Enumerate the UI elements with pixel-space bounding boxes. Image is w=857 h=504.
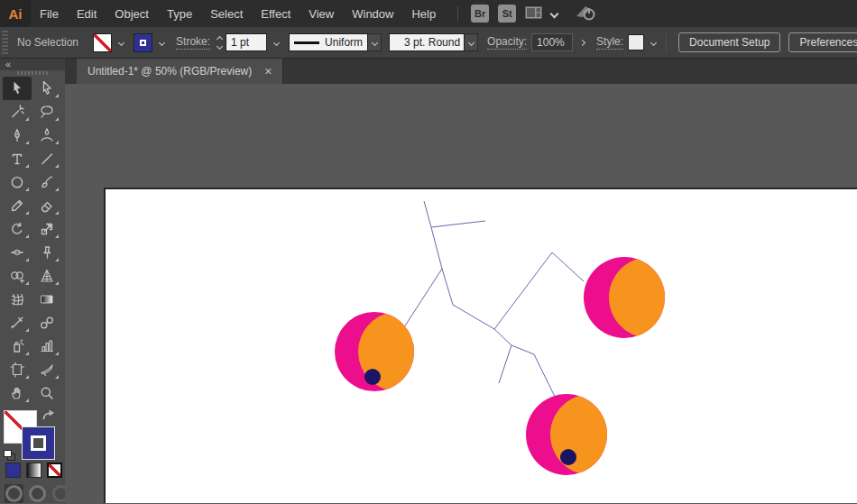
stroke-weight-dropdown[interactable] [271, 33, 281, 51]
canvas-pasteboard[interactable] [65, 84, 857, 503]
style-dropdown[interactable] [648, 33, 659, 51]
tools-grip-handle[interactable] [0, 70, 65, 77]
workspace-chevron-down-icon[interactable] [550, 9, 559, 18]
tools-grid [0, 77, 65, 405]
rotate-tool-icon[interactable] [3, 217, 32, 241]
blend-tool-icon[interactable] [32, 311, 61, 334]
chevron-down-icon [118, 39, 124, 45]
brush-definition-field[interactable]: 3 pt. Round [389, 33, 465, 51]
lasso-tool-icon[interactable] [32, 100, 61, 124]
menu-select[interactable]: Select [201, 0, 252, 27]
stroke-panel-link[interactable]: Stroke: [176, 35, 210, 50]
stroke-weight-stepper[interactable] [217, 37, 222, 49]
fill-color-swatch[interactable] [93, 33, 112, 52]
document-tab-bar: Untitled-1* @ 50% (RGB/Preview) × [65, 59, 857, 84]
mesh-tool-icon[interactable] [3, 288, 32, 311]
menu-file[interactable]: File [31, 0, 68, 27]
stepper-up-icon[interactable] [217, 35, 223, 41]
artwork-ball[interactable] [526, 394, 631, 475]
menu-window[interactable]: Window [343, 0, 402, 27]
artwork-ball-dot[interactable] [364, 369, 381, 385]
gpu-performance-power-icon[interactable] [574, 4, 597, 24]
eyedropper-tool-icon[interactable] [3, 311, 32, 334]
scale-tool-icon[interactable] [32, 217, 61, 241]
panel-grip-handle[interactable] [2, 31, 8, 54]
stepper-down-icon[interactable] [217, 42, 223, 49]
artwork-ball-dot[interactable] [560, 449, 576, 465]
curvature-tool-icon[interactable] [32, 124, 61, 147]
chevron-down-icon [159, 39, 165, 45]
ellipse-tool-icon[interactable] [3, 170, 32, 194]
paintbrush-tool-icon[interactable] [32, 170, 61, 194]
stroke-proxy-swatch[interactable] [22, 426, 55, 460]
workspace-switcher-icon[interactable] [525, 6, 542, 22]
gradient-tool-icon[interactable] [32, 288, 61, 311]
default-fill-stroke-icon[interactable] [4, 450, 16, 462]
brush-definition-dropdown[interactable] [465, 33, 478, 51]
line-segment-tool-icon[interactable] [32, 147, 61, 170]
menu-edit[interactable]: Edit [68, 0, 106, 27]
stock-icon[interactable]: St [498, 5, 516, 23]
hand-tool-icon[interactable] [3, 381, 32, 405]
artboard[interactable] [106, 189, 857, 503]
opacity-field[interactable]: 100% [531, 33, 573, 51]
symbol-sprayer-tool-icon[interactable] [3, 334, 32, 358]
none-button[interactable] [47, 463, 62, 478]
swap-fill-stroke-icon[interactable] [41, 410, 54, 425]
slice-tool-icon[interactable] [32, 358, 61, 381]
opacity-expand-arrow[interactable] [576, 33, 587, 51]
draw-normal-button[interactable] [5, 484, 23, 503]
fill-color-dropdown[interactable] [115, 33, 126, 51]
artwork-branch-path[interactable] [494, 252, 584, 329]
perspective-grid-tool-icon[interactable] [32, 264, 61, 288]
stroke-weight-field[interactable]: 1 pt [226, 33, 267, 51]
color-button[interactable] [5, 463, 21, 478]
graphic-style-swatch[interactable] [628, 34, 644, 50]
brush-definition-value: 3 pt. Round [404, 36, 460, 49]
collapse-panel-icon[interactable]: « [0, 59, 65, 70]
pencil-tool-icon[interactable] [3, 194, 32, 217]
pen-tool-icon[interactable] [3, 124, 32, 147]
zoom-tool-icon[interactable] [32, 381, 61, 405]
opacity-panel-link[interactable]: Opacity: [487, 35, 527, 50]
document-tab[interactable]: Untitled-1* @ 50% (RGB/Preview) × [77, 59, 283, 84]
column-graph-tool-icon[interactable] [32, 334, 61, 358]
magic-wand-tool-icon[interactable] [3, 100, 32, 124]
menu-help[interactable]: Help [402, 0, 445, 27]
artwork-branch-path[interactable] [402, 269, 442, 330]
document-tab-title: Untitled-1* @ 50% (RGB/Preview) [88, 65, 252, 78]
artwork-ball[interactable] [584, 257, 690, 338]
width-profile-dropdown[interactable] [368, 33, 382, 51]
direct-selection-tool-icon[interactable] [32, 77, 61, 100]
menu-type[interactable]: Type [158, 0, 201, 27]
shape-builder-tool-icon[interactable] [3, 264, 32, 288]
artwork [106, 189, 857, 503]
artwork-ball[interactable] [335, 312, 438, 391]
preferences-button[interactable]: Preferences [788, 32, 857, 52]
stroke-proxy-hole [31, 435, 46, 451]
menu-object[interactable]: Object [106, 0, 158, 27]
stroke-color-swatch[interactable] [134, 33, 152, 52]
uniform-profile-icon [294, 41, 319, 44]
puppet-warp-tool-icon[interactable] [32, 241, 61, 264]
stroke-color-dropdown[interactable] [156, 33, 167, 51]
document-setup-button[interactable]: Document Setup [678, 32, 780, 52]
selection-tool-icon[interactable] [3, 77, 32, 100]
draw-behind-button[interactable] [28, 484, 47, 503]
gradient-button[interactable] [26, 463, 41, 478]
artwork-branch-path[interactable] [431, 221, 485, 227]
menu-effect[interactable]: Effect [252, 0, 299, 27]
menu-view[interactable]: View [299, 0, 343, 27]
artboard-tool-icon[interactable] [3, 358, 32, 381]
eraser-tool-icon[interactable] [32, 194, 61, 217]
menu-bar: Ai FileEditObjectTypeSelectEffectViewWin… [0, 0, 857, 27]
bridge-icon[interactable]: Br [471, 5, 489, 23]
artwork-branch-path[interactable] [424, 201, 559, 406]
drawing-mode-buttons [0, 484, 65, 503]
width-profile-field[interactable]: Uniform [289, 33, 368, 51]
width-tool-icon[interactable] [3, 241, 32, 264]
artwork-branch-path[interactable] [499, 345, 511, 383]
type-tool-icon[interactable] [3, 147, 32, 170]
close-tab-icon[interactable]: × [264, 67, 272, 76]
style-panel-link[interactable]: Style: [596, 35, 623, 50]
